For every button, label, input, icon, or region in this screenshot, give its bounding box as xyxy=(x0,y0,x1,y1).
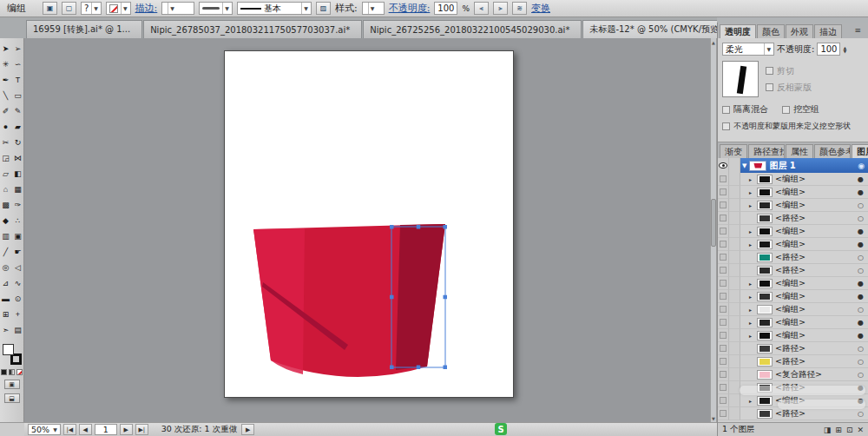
layer-row[interactable]: ▸ <编组> ● xyxy=(718,394,868,407)
visibility-toggle[interactable] xyxy=(718,342,729,355)
layer-row[interactable]: ▸ <编组> ● xyxy=(718,277,868,290)
live-paint-selection-tool[interactable]: ⊞ xyxy=(0,307,11,322)
selection-handle[interactable] xyxy=(417,225,421,229)
opacity-link[interactable]: 不透明度: xyxy=(389,2,431,15)
eraser-tool[interactable]: ▰ xyxy=(12,119,23,135)
zoom-tool[interactable]: ◎ xyxy=(0,260,11,275)
layer-name[interactable]: 图层 1 xyxy=(769,160,795,172)
style-swatch-icon[interactable]: ▨ xyxy=(316,2,331,15)
hand-tool[interactable]: ☛ xyxy=(12,244,23,260)
stroke-weight-dropdown[interactable]: ▼ xyxy=(161,2,194,15)
layer-row[interactable]: <路径> ○ xyxy=(718,407,868,420)
visibility-toggle[interactable] xyxy=(718,394,729,407)
layer-row[interactable]: <复合路径> ○ xyxy=(718,368,868,381)
opacity-field[interactable]: 100 xyxy=(434,2,457,15)
make-clipping-mask-icon[interactable]: ◨ xyxy=(824,426,832,434)
previous-page-button[interactable]: ◀ xyxy=(79,424,92,435)
pen-tool[interactable]: ✒ xyxy=(0,72,11,88)
target-icon[interactable]: ◉ xyxy=(858,162,865,170)
panel-tab[interactable]: 颜色参考 xyxy=(814,144,851,158)
visibility-toggle[interactable] xyxy=(718,199,729,212)
lock-toggle[interactable] xyxy=(729,186,740,199)
last-page-button[interactable]: ▶| xyxy=(135,424,148,435)
layer-row[interactable]: <路径> ○ xyxy=(718,342,868,355)
paintbrush-tool[interactable]: ✐ xyxy=(0,103,11,119)
panel-tab[interactable]: 属性 xyxy=(786,144,813,158)
panel-tab[interactable]: 描边 xyxy=(814,24,842,38)
target-icon[interactable]: ● xyxy=(858,384,864,392)
next-page-button[interactable]: ▶ xyxy=(120,424,133,435)
target-icon[interactable]: ● xyxy=(858,188,864,196)
layer-row[interactable]: ▸ <编组> ● xyxy=(718,290,868,303)
free-transform-tool[interactable]: ▱ xyxy=(0,166,11,182)
lock-toggle[interactable] xyxy=(729,368,740,381)
target-icon[interactable]: ● xyxy=(858,319,864,327)
expand-icon[interactable]: ▸ xyxy=(746,398,754,404)
page-number-field[interactable]: 1 xyxy=(95,424,117,435)
lock-toggle[interactable] xyxy=(729,303,740,316)
transform-link[interactable]: 变换 xyxy=(531,2,550,15)
document-tab[interactable]: Nipic_26785037_20180321175057703037.ai* xyxy=(143,20,362,38)
color-button[interactable] xyxy=(1,369,7,375)
layer-row[interactable]: <路径> ● xyxy=(718,381,868,394)
panel-menu-icon[interactable]: ≡ xyxy=(854,26,861,35)
lock-toggle[interactable] xyxy=(729,290,740,303)
target-icon[interactable]: ○ xyxy=(858,201,864,209)
document-tab[interactable]: 16959 [转换].ai* @ 1... xyxy=(26,20,142,38)
edit-contents-icon[interactable]: ▣ xyxy=(43,2,57,15)
layer-row[interactable]: ▸ <编组> ● xyxy=(718,316,868,329)
gradient-tool[interactable]: ▩ xyxy=(0,197,11,213)
path-eraser-tool[interactable]: ▬ xyxy=(0,291,11,307)
scissors-tool[interactable]: ✂ xyxy=(0,135,11,150)
target-icon[interactable]: ○ xyxy=(858,345,864,353)
visibility-toggle[interactable] xyxy=(718,173,729,186)
target-icon[interactable]: ○ xyxy=(858,410,864,418)
visibility-toggle[interactable] xyxy=(718,355,729,368)
layer-row[interactable]: ▸ <编组> ● xyxy=(718,173,868,186)
panel-tab[interactable]: 外观 xyxy=(786,24,813,38)
selection-handle[interactable] xyxy=(417,366,421,370)
visibility-toggle[interactable] xyxy=(718,329,729,342)
visibility-toggle[interactable] xyxy=(718,264,729,277)
style-dropdown[interactable]: ▼ xyxy=(362,2,385,15)
measure-tool[interactable]: + xyxy=(12,307,23,322)
drawing-mode-button[interactable]: ▣ xyxy=(4,380,20,389)
lock-toggle[interactable] xyxy=(729,277,740,290)
rectangle-tool[interactable]: ▭ xyxy=(12,88,23,103)
new-sublayer-icon[interactable]: ⊞ xyxy=(835,426,842,434)
mesh-tool[interactable]: ▦ xyxy=(12,182,23,197)
blend-mode-dropdown[interactable]: 柔光 ▼ xyxy=(722,43,774,56)
reflect-tool[interactable]: ◁ xyxy=(12,260,23,275)
selection-tool[interactable]: ➤ xyxy=(0,41,11,56)
eyedropper-tool[interactable]: ✑ xyxy=(12,197,23,213)
knockout-group-checkbox[interactable]: 挖空组 xyxy=(782,103,819,116)
panel-tab[interactable]: 颜色 xyxy=(757,24,785,38)
status-expand-button[interactable]: ▶ xyxy=(241,424,254,435)
layer-row[interactable]: ▸ <编组> ○ xyxy=(718,303,868,316)
visibility-toggle[interactable] xyxy=(718,186,729,199)
target-icon[interactable]: ○ xyxy=(858,371,864,379)
expand-icon[interactable]: ▸ xyxy=(746,189,754,195)
selection-handle[interactable] xyxy=(444,366,448,370)
gradient-button[interactable] xyxy=(9,369,15,375)
stroke-color-dropdown[interactable]: ▼ xyxy=(106,2,131,15)
print-tiling-tool[interactable]: ▤ xyxy=(12,322,23,338)
layer-row[interactable]: ▸ <编组> ● xyxy=(718,238,868,251)
visibility-toggle[interactable] xyxy=(718,290,729,303)
blob-brush-tool[interactable]: ● xyxy=(0,119,11,135)
selection-handle[interactable] xyxy=(390,295,394,300)
layer-row[interactable]: <路径> ○ xyxy=(718,212,868,225)
opacity-mask-checkbox[interactable]: 不透明度和蒙版用来定义挖空形状 xyxy=(722,121,864,132)
target-icon[interactable]: ○ xyxy=(858,254,864,261)
column-graph-tool[interactable]: ▥ xyxy=(0,228,11,244)
lock-toggle[interactable] xyxy=(729,329,740,342)
target-icon[interactable]: ● xyxy=(858,332,864,340)
target-icon[interactable]: ● xyxy=(858,280,864,287)
expand-icon[interactable]: ▸ xyxy=(746,333,754,339)
visibility-toggle[interactable] xyxy=(718,158,729,173)
align-horizontal-icon[interactable]: ⫷ xyxy=(474,2,489,15)
panel-tab[interactable]: 渐变 xyxy=(720,144,747,158)
lock-toggle[interactable] xyxy=(729,381,740,394)
stroke-link[interactable]: 描边: xyxy=(135,2,158,15)
fill-color-dropdown[interactable]: ?▼ xyxy=(81,2,102,15)
